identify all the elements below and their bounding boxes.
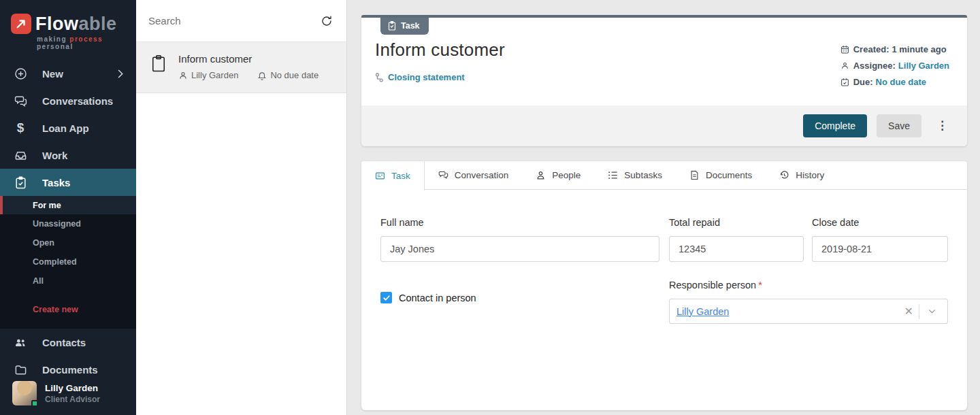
total-repaid-label: Total repaid bbox=[669, 217, 804, 228]
checklist-icon bbox=[608, 170, 618, 180]
due-link[interactable]: No due date bbox=[876, 77, 926, 87]
profile-name: Lilly Garden bbox=[45, 383, 100, 393]
tab-conversation[interactable]: Conversation bbox=[425, 161, 523, 189]
plus-circle-icon bbox=[14, 67, 27, 80]
task-due: No due date bbox=[270, 70, 318, 80]
chevron-right-icon bbox=[113, 67, 127, 80]
sidebar-item-contacts[interactable]: Contacts bbox=[0, 329, 136, 356]
task-title: Inform customer bbox=[178, 53, 318, 65]
user-profile[interactable]: Lilly Garden Client Advisor bbox=[0, 373, 136, 415]
brand-name: Flowable bbox=[35, 14, 117, 34]
dollar-icon: $ bbox=[14, 121, 27, 135]
person-icon bbox=[536, 170, 546, 180]
person-icon bbox=[840, 61, 849, 70]
task-form: Full name Contact in person Total repaid bbox=[361, 190, 967, 324]
sidebar-item-conversations[interactable]: Conversations bbox=[0, 87, 136, 114]
sidebar-item-label: Contacts bbox=[42, 337, 127, 348]
document-icon bbox=[689, 170, 700, 180]
chevron-down-icon[interactable] bbox=[919, 307, 941, 316]
app-window: Flowable making process personal New Con… bbox=[0, 0, 980, 415]
refresh-icon[interactable] bbox=[319, 14, 334, 29]
search-bar bbox=[136, 0, 346, 42]
assignee-label: Assignee: bbox=[853, 61, 896, 71]
main-content: Task Inform customer Closing statement bbox=[347, 0, 980, 415]
search-input[interactable] bbox=[148, 15, 319, 27]
tab-subtasks[interactable]: Subtasks bbox=[594, 161, 676, 189]
form-icon bbox=[375, 171, 385, 181]
tasks-subnav: For me Unassigned Open Completed All Cre… bbox=[0, 196, 136, 329]
task-detail-card: Task Conversation People bbox=[361, 161, 967, 410]
sidebar: Flowable making process personal New Con… bbox=[0, 0, 136, 415]
responsible-person-select[interactable]: Lilly Garden ✕ bbox=[669, 299, 948, 324]
bell-icon bbox=[257, 71, 267, 80]
clear-selection-icon[interactable]: ✕ bbox=[899, 305, 919, 318]
page-title: Inform customer bbox=[375, 39, 505, 61]
required-asterisk: * bbox=[758, 280, 762, 290]
created-label: Created: bbox=[853, 44, 889, 54]
save-button[interactable]: Save bbox=[877, 114, 921, 137]
sidebar-filter-open[interactable]: Open bbox=[0, 233, 136, 252]
sidebar-filter-unassigned[interactable]: Unassigned bbox=[0, 214, 136, 233]
tab-people[interactable]: People bbox=[522, 161, 594, 189]
create-new-link[interactable]: Create new bbox=[0, 300, 136, 319]
contact-in-person-label: Contact in person bbox=[399, 293, 476, 303]
online-status-badge bbox=[31, 400, 38, 407]
sidebar-item-new[interactable]: New bbox=[0, 60, 136, 87]
tab-bar: Task Conversation People bbox=[361, 161, 967, 190]
sidebar-filter-all[interactable]: All bbox=[0, 271, 136, 290]
task-metadata: Created: 1 minute ago Assignee: Lilly Ga… bbox=[840, 39, 949, 93]
responsible-person-label: Responsible person* bbox=[669, 280, 948, 290]
chat-bubbles-icon bbox=[438, 170, 448, 180]
full-name-label: Full name bbox=[380, 217, 659, 228]
calendar-check-icon bbox=[840, 78, 849, 86]
assignee-link[interactable]: Lilly Garden bbox=[898, 61, 949, 71]
task-type-badge: Task bbox=[380, 18, 429, 35]
sidebar-filter-for-me[interactable]: For me bbox=[0, 196, 136, 214]
sidebar-filter-completed[interactable]: Completed bbox=[0, 252, 136, 271]
process-branch-icon bbox=[375, 73, 383, 82]
tab-documents[interactable]: Documents bbox=[676, 161, 766, 189]
profile-role: Client Advisor bbox=[45, 395, 100, 404]
clipboard-icon bbox=[151, 54, 167, 80]
sidebar-item-label: Tasks bbox=[42, 177, 127, 188]
contact-in-person-checkbox[interactable] bbox=[380, 292, 392, 303]
contacts-icon bbox=[14, 335, 27, 349]
brand-logo: Flowable making process personal bbox=[0, 0, 136, 60]
sidebar-item-label: Loan App bbox=[42, 122, 127, 134]
calendar-icon bbox=[840, 45, 849, 54]
close-date-field[interactable] bbox=[812, 236, 948, 262]
tab-history[interactable]: History bbox=[766, 161, 838, 189]
sidebar-item-label: Conversations bbox=[42, 95, 127, 107]
clipboard-check-icon bbox=[388, 21, 396, 31]
task-list-panel: Inform customer Lilly Garden No due date bbox=[136, 0, 347, 415]
sidebar-item-tasks[interactable]: Tasks bbox=[0, 169, 136, 196]
task-header-card: Task Inform customer Closing statement bbox=[361, 15, 967, 146]
sidebar-item-label: New bbox=[42, 68, 113, 80]
brand-tagline: making process personal bbox=[37, 35, 136, 50]
total-repaid-field[interactable] bbox=[669, 236, 804, 262]
chat-bubbles-icon bbox=[14, 94, 27, 107]
inbox-icon bbox=[14, 148, 27, 162]
avatar bbox=[12, 381, 37, 405]
tab-task[interactable]: Task bbox=[361, 161, 425, 190]
created-value: 1 minute ago bbox=[892, 44, 946, 54]
person-icon bbox=[178, 71, 188, 80]
sidebar-item-label: Work bbox=[42, 150, 127, 161]
sidebar-item-work[interactable]: Work bbox=[0, 142, 136, 169]
responsible-person-value-link[interactable]: Lilly Garden bbox=[676, 306, 729, 317]
task-list-item[interactable]: Inform customer Lilly Garden No due date bbox=[136, 42, 346, 93]
task-assignee: Lilly Garden bbox=[191, 70, 238, 80]
clipboard-check-icon bbox=[14, 176, 27, 189]
case-link[interactable]: Closing statement bbox=[388, 72, 465, 82]
complete-button[interactable]: Complete bbox=[803, 114, 867, 137]
history-icon bbox=[779, 170, 789, 180]
action-bar: Complete Save ⋮ bbox=[361, 105, 967, 146]
due-label: Due: bbox=[853, 77, 873, 87]
close-date-label: Close date bbox=[812, 217, 948, 228]
flowable-logo-icon bbox=[11, 14, 31, 34]
more-options-icon[interactable]: ⋮ bbox=[936, 121, 948, 131]
sidebar-item-loan-app[interactable]: $ Loan App bbox=[0, 114, 136, 142]
full-name-field[interactable] bbox=[380, 236, 659, 262]
